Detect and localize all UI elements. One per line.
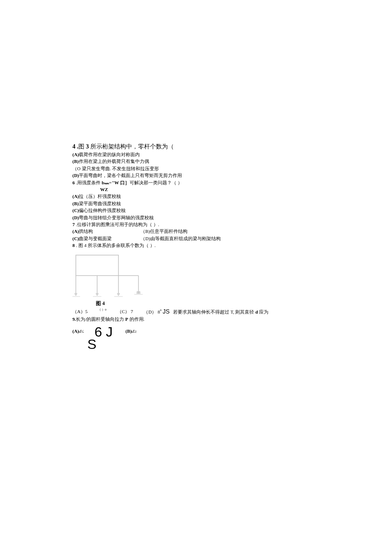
q6-c-text: 偏心拉伸构件强度校核 bbox=[79, 208, 126, 213]
q6-subline: WZ bbox=[100, 186, 285, 193]
q4-number: 4 . bbox=[72, 143, 78, 150]
q6-pre: .用强度条件 bbox=[75, 180, 102, 185]
q6-b-text: 梁平面弯曲强度校核 bbox=[79, 201, 121, 206]
q4-d-text: 平面弯曲时，梁各个截面上只有弯矩而无剪力作用 bbox=[79, 173, 182, 178]
q9-number: 9. bbox=[72, 317, 76, 322]
q7-a-label: (A) bbox=[72, 229, 79, 234]
q8-option-d: （D） 86 JS 若要求其轴向伸长不得超过 T, 则其直径 d 应为 bbox=[144, 308, 268, 315]
svg-rect-0 bbox=[76, 255, 118, 276]
q4-a-label: (A) bbox=[72, 152, 79, 157]
q9-post: 的作用. bbox=[128, 317, 145, 322]
question-7: 7 .位移计算的图乘法可用于的结构为（ ）. bbox=[72, 221, 285, 228]
q6-option-d: (D)弯曲与扭转组介变形网轴的强度校核 bbox=[72, 215, 285, 221]
question-4-title: 4 .图 3 所示桁架结构中，零杆个数为（ bbox=[72, 143, 285, 151]
question-9: 9.长为/的圆杆受轴向拉力 P 的作用. bbox=[72, 316, 285, 323]
q6-post: 可解决那一类问题？（ ） bbox=[130, 180, 182, 185]
q8-tail: 若要求其轴向伸长不得超过 T, 则其直径 bbox=[173, 309, 255, 314]
q4-title-num: 3 bbox=[86, 143, 89, 150]
q4-b-label: (B) bbox=[72, 159, 79, 164]
q8-js: JS bbox=[163, 308, 170, 315]
q4-title-post: 所示桁架结构中，零杆个数为（ bbox=[89, 143, 174, 150]
q6-c-label: (C) bbox=[72, 208, 79, 213]
q6-d-label: (D) bbox=[72, 215, 79, 220]
q4-option-a: (A)载荷作用在梁的纵向对称面内 bbox=[72, 151, 285, 158]
q7-b-text: 任意平面杆件结构 bbox=[150, 229, 187, 234]
q8-option-a: （A）5 bbox=[72, 308, 87, 315]
q7-options-row2: (C)曲梁与变截面梁 （D)由等截面直杆组成的梁与刚架结构 bbox=[72, 235, 285, 242]
q6-a-text: 拉（压）杆强度校核 bbox=[79, 194, 121, 199]
q4-title-pre: 图 bbox=[78, 143, 86, 150]
svg-point-6 bbox=[137, 291, 138, 293]
q7-d-text: 由等截面直杆组成的梁与刚架结构 bbox=[150, 236, 221, 241]
q6-option-c: (C)偏心拉伸构件强度校核 bbox=[72, 207, 285, 214]
q4-option-c: （O 梁只发生弯曲. 不发生扭转和拉压变形 bbox=[72, 166, 285, 172]
q9-math-1: 6 J bbox=[95, 325, 113, 339]
question-8: 8 . 图 4 所示体系的多余联系个数为（ ）. bbox=[72, 242, 285, 249]
q6-option-b: (B)梁平面弯曲强度校核 bbox=[72, 200, 285, 207]
q8-option-b: （ ）0 bbox=[98, 309, 106, 314]
q9-math-2: S bbox=[87, 337, 285, 352]
q4-option-b: (B)作用在梁上的外载荷只有集中力偶 bbox=[72, 158, 285, 165]
q4-d-label: (D) bbox=[72, 173, 79, 178]
q7-a-text: 拱结构 bbox=[79, 229, 93, 234]
q6-a-label: (A) bbox=[72, 194, 79, 199]
q9-option-b: (B)d≥ bbox=[126, 328, 137, 334]
q6-option-a: (A)拉（压）杆强度校核 bbox=[72, 193, 285, 200]
figure-4-label: 图 4 bbox=[96, 300, 285, 307]
q8-option-c: （C） 7 bbox=[117, 308, 133, 315]
q4-c-label: （O bbox=[72, 166, 82, 171]
q4-a-text: 载荷作用在梁的纵向对称面内 bbox=[79, 152, 140, 157]
figure-4 bbox=[72, 253, 285, 298]
q7-c-text: 曲梁与变截面梁 bbox=[79, 236, 112, 241]
structure-diagram-icon bbox=[72, 253, 145, 298]
svg-point-7 bbox=[138, 291, 140, 293]
q4-c-text: 梁只发生弯曲. 不发生扭转和拉压变形 bbox=[82, 166, 159, 171]
q7-options-row1: (A)拱结构 （B)任意平面杆件结构 bbox=[72, 228, 285, 235]
q7-text: .位移计算的图乘法可用于的结构为（ ）. bbox=[75, 222, 159, 227]
q8-text: . 图 4 所示体系的多余联系个数为（ ）. bbox=[75, 243, 156, 248]
q6-d-text: 弯曲与扭转组介变形网轴的强度校核 bbox=[79, 215, 154, 220]
q4-b-text: 作用在梁上的外载荷只有集中力偶 bbox=[79, 159, 149, 164]
q9-pre: 长为/的圆杆受轴向拉力 bbox=[76, 317, 125, 322]
question-6: 6 .用强度条件 bₙₘ="W 口］可解决那一类问题？（ ） bbox=[72, 180, 285, 186]
q7-d-label: （D) bbox=[141, 236, 150, 241]
q8-b-sup: （ ）0 bbox=[98, 308, 106, 311]
q7-c-label: (C) bbox=[72, 236, 79, 241]
q8-options: （A）5 （ ）0 （C） 7 （D） 86 JS 若要求其轴向伸长不得超过 T… bbox=[72, 308, 285, 315]
q9-p: P bbox=[125, 317, 128, 322]
q9-option-a: (A)d≤ bbox=[72, 328, 84, 334]
q6-formula: bₙₘ="W 口］ bbox=[102, 180, 130, 185]
q4-option-d: (D)平面弯曲时，梁各个截面上只有弯矩而无剪力作用 bbox=[72, 172, 285, 179]
q6-b-label: (B) bbox=[72, 201, 79, 206]
q7-b-label: （B) bbox=[141, 229, 150, 234]
